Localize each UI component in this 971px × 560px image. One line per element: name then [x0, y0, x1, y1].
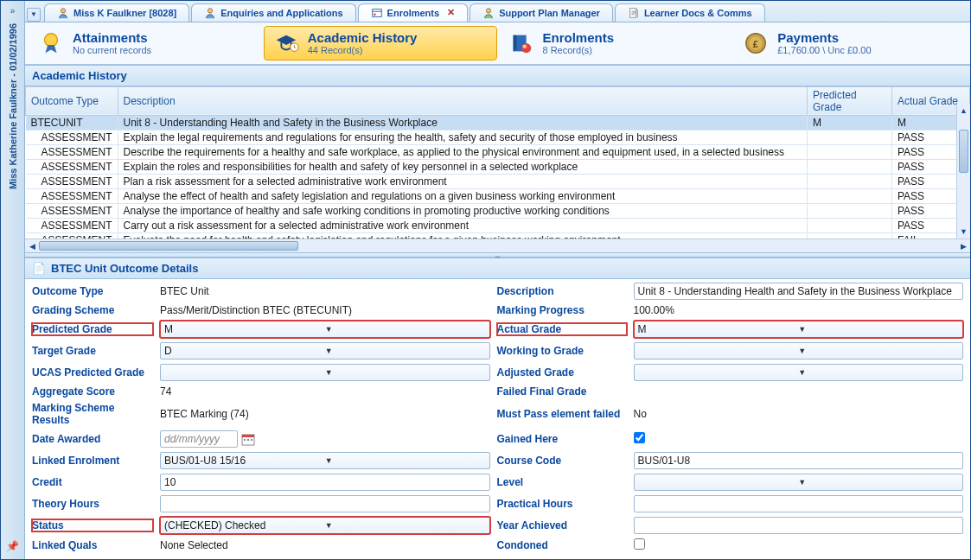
col-description[interactable]: Description	[118, 86, 807, 115]
card-enrolments[interactable]: Enrolments8 Record(s)	[499, 26, 732, 60]
cell-outcome: ASSESSMENT	[26, 188, 118, 203]
field-course-code[interactable]: BUS/01-U8	[634, 452, 964, 469]
cell-predicted	[808, 188, 892, 203]
date-input[interactable]: dd/mm/yyyy	[160, 430, 238, 448]
tab-learner[interactable]: Miss K Faulkner [8028]	[44, 3, 189, 22]
scroll-up-arrow[interactable]: ▲	[957, 104, 970, 118]
cell-predicted	[808, 218, 892, 232]
sidebar-collapsed[interactable]: » Miss Katherine Faulkner - 01/02/1996 📌	[1, 1, 25, 559]
table-row[interactable]: ASSESSMENTEvaluate the need for health a…	[26, 232, 970, 239]
cell-predicted	[808, 130, 892, 144]
chevron-down-icon: ▼	[325, 368, 486, 377]
vertical-scrollbar[interactable]: ▲ ▼	[956, 104, 970, 239]
doc-icon	[628, 7, 640, 19]
cell-predicted	[808, 159, 892, 174]
academic-history-grid[interactable]: Outcome Type Description Predicted Grade…	[25, 86, 970, 239]
card-title: Enrolments	[543, 30, 615, 45]
table-row[interactable]: ASSESSMENTCarry out a risk assessment fo…	[26, 218, 970, 232]
table-row[interactable]: ASSESSMENTExplain the legal requirements…	[26, 130, 970, 144]
cell-predicted	[808, 174, 892, 188]
svg-rect-15	[244, 439, 246, 441]
val-marking-scheme-results: BTEC Marking (74)	[160, 408, 490, 420]
field-theory-hours[interactable]	[160, 495, 490, 512]
tab-overflow-button[interactable]: ▼	[27, 8, 41, 22]
card-sub: £1,760.00 \ Unc £0.00	[777, 45, 871, 55]
checkbox-condoned[interactable]	[634, 538, 964, 552]
combo-status[interactable]: (CHECKED) Checked▼	[160, 517, 490, 534]
table-row[interactable]: ASSESSMENTDescribe the requirements for …	[26, 144, 970, 159]
scroll-down-arrow[interactable]: ▼	[957, 225, 970, 239]
lbl-linked-enrolment: Linked Enrolment	[32, 455, 153, 467]
lbl-predicted-grade: Predicted Grade	[32, 323, 153, 335]
lbl-target-grade: Target Grade	[32, 345, 153, 357]
field-practical-hours[interactable]	[634, 495, 964, 512]
field-year-achieved[interactable]	[634, 517, 964, 534]
col-predicted-grade[interactable]: Predicted Grade	[808, 86, 892, 115]
scroll-right-arrow[interactable]: ▶	[956, 239, 970, 252]
table-row[interactable]: ASSESSMENTExplain the roles and responsi…	[26, 159, 970, 174]
cell-outcome: ASSESSMENT	[26, 218, 118, 232]
tab-label: Enrolments	[387, 8, 440, 18]
combo-ucas-predicted[interactable]: ▼	[160, 364, 490, 381]
horizontal-scrollbar[interactable]: ◀ ▶	[25, 239, 970, 252]
cell-predicted	[808, 144, 892, 159]
card-sub: 8 Record(s)	[543, 45, 615, 55]
lbl-linked-quals: Linked Quals	[32, 539, 153, 551]
cell-predicted	[808, 203, 892, 218]
tab-enrolments[interactable]: Enrolments ✕	[358, 3, 469, 22]
table-row[interactable]: ASSESSMENTAnalyse the importance of heal…	[26, 203, 970, 218]
combo-level[interactable]: ▼	[634, 474, 964, 491]
lbl-outcome-type: Outcome Type	[32, 285, 153, 297]
tab-label: Support Plan Manager	[499, 8, 600, 18]
checkbox-gained-here[interactable]	[634, 432, 964, 446]
combo-adjusted-grade[interactable]: ▼	[634, 364, 964, 381]
cell-description: Plan a risk assessment for a selected ad…	[118, 174, 807, 188]
table-row[interactable]: ASSESSMENTAnalyse the effect of health a…	[26, 188, 970, 203]
tab-learner-docs[interactable]: Learner Docs & Comms	[615, 3, 765, 22]
lbl-grading-scheme: Grading Scheme	[32, 304, 153, 316]
svg-rect-14	[242, 435, 254, 437]
sidebar-expand-arrow[interactable]: »	[7, 4, 19, 16]
svg-point-1	[208, 9, 213, 13]
calendar-icon[interactable]	[241, 432, 255, 446]
chevron-down-icon: ▼	[798, 368, 959, 377]
combo-predicted-grade[interactable]: M▼	[160, 321, 490, 338]
lbl-course-code: Course Code	[497, 455, 627, 467]
tab-enquiries[interactable]: Enquiries and Applications	[191, 3, 355, 22]
col-outcome-type[interactable]: Outcome Type	[26, 86, 118, 115]
val-linked-quals: None Selected	[160, 539, 490, 551]
close-icon[interactable]: ✕	[447, 7, 455, 18]
table-row[interactable]: BTECUNITUnit 8 - Understanding Health an…	[26, 115, 970, 130]
card-attainments[interactable]: AttainmentsNo current records	[29, 26, 262, 60]
val-grading-scheme: Pass/Merit/Distinction BTEC (BTECUNIT)	[160, 304, 490, 316]
val-must-pass: No	[634, 408, 964, 420]
card-academic-history[interactable]: Academic History44 Record(s)	[264, 26, 497, 60]
combo-working-to-grade[interactable]: ▼	[634, 342, 964, 360]
card-payments[interactable]: £ Payments£1,760.00 \ Unc £0.00	[733, 26, 967, 60]
scroll-thumb[interactable]	[39, 241, 298, 251]
field-credit[interactable]: 10	[160, 474, 490, 491]
field-description[interactable]: Unit 8 - Understanding Health and Safety…	[634, 283, 964, 300]
svg-point-6	[45, 34, 58, 47]
person-icon	[204, 7, 216, 19]
tab-label: Miss K Faulkner [8028]	[73, 8, 176, 18]
svg-point-4	[487, 9, 491, 13]
combo-linked-enrolment[interactable]: BUS/01-U8 15/16▼	[160, 452, 490, 469]
tab-label: Enquiries and Applications	[220, 8, 342, 18]
chevron-down-icon: ▼	[325, 521, 486, 530]
scroll-left-arrow[interactable]: ◀	[25, 239, 39, 252]
scroll-thumb[interactable]	[959, 130, 968, 173]
lbl-marking-scheme-results: Marking Scheme Results	[32, 402, 153, 426]
lbl-level: Level	[497, 476, 627, 488]
card-title: Attainments	[73, 30, 151, 45]
svg-text:£: £	[753, 38, 759, 48]
table-row[interactable]: ASSESSMENTPlan a risk assessment for a s…	[26, 174, 970, 188]
lbl-marking-progress: Marking Progress	[497, 304, 627, 316]
pin-icon[interactable]: 📌	[6, 540, 19, 552]
combo-target-grade[interactable]: D▼	[160, 342, 490, 360]
lbl-credit: Credit	[32, 476, 153, 488]
cell-description: Unit 8 - Understanding Health and Safety…	[118, 115, 807, 130]
tab-support-plan[interactable]: Support Plan Manager	[470, 3, 613, 22]
chevron-down-icon: ▼	[325, 347, 486, 355]
combo-actual-grade[interactable]: M▼	[634, 321, 964, 338]
